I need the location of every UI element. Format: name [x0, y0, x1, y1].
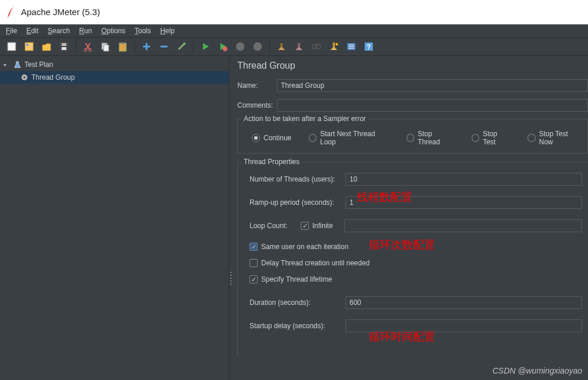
- clear-all-icon[interactable]: [291, 38, 307, 55]
- startup-delay-label: Startup delay (seconds):: [250, 322, 345, 330]
- start-icon[interactable]: [197, 38, 213, 55]
- svg-point-24: [336, 43, 338, 45]
- radio-continue[interactable]: Continue: [252, 130, 291, 146]
- menubar: File Edit Search Run Options Tools Help: [0, 24, 588, 37]
- tree-child[interactable]: Thread Group: [0, 71, 229, 84]
- sameuser-checkbox[interactable]: [250, 243, 258, 251]
- app-body: File Edit Search Run Options Tools Help …: [0, 24, 588, 380]
- svg-rect-2: [26, 44, 28, 46]
- infinite-checkbox[interactable]: [301, 222, 309, 230]
- toolbar: ?: [0, 37, 588, 56]
- tree-child-label: Thread Group: [31, 73, 75, 81]
- threads-label: Number of Threads (users):: [250, 175, 345, 183]
- menu-file[interactable]: File: [2, 26, 20, 36]
- svg-marker-17: [236, 42, 244, 51]
- gear-icon: [20, 73, 29, 82]
- svg-rect-11: [121, 42, 124, 44]
- titlebar: Apache JMeter (5.3): [0, 0, 588, 24]
- annotation-threads: 线程数配置: [357, 190, 412, 205]
- rampup-label: Ramp-up period (seconds):: [250, 198, 345, 207]
- annotation-duration: 循环时间配置: [369, 329, 435, 345]
- duration-input[interactable]: [345, 296, 582, 309]
- sameuser-label: Same user on each iteration: [261, 243, 348, 251]
- svg-point-16: [223, 47, 227, 51]
- name-label: Name:: [237, 81, 277, 90]
- svg-rect-10: [119, 43, 126, 51]
- stop-icon[interactable]: [232, 38, 248, 55]
- copy-icon[interactable]: [97, 38, 113, 55]
- tree-root-label: Test Plan: [24, 61, 53, 69]
- lifetime-checkbox[interactable]: [250, 275, 258, 283]
- cut-icon[interactable]: [80, 38, 96, 55]
- tree-root[interactable]: ▾ Test Plan: [0, 58, 229, 71]
- panel-title: Thread Group: [237, 61, 588, 71]
- svg-marker-18: [254, 42, 262, 51]
- tree-panel: ▾ Test Plan Thread Group: [0, 56, 229, 380]
- thread-props-fieldset: Thread Properties Number of Threads (use…: [237, 162, 588, 356]
- shutdown-icon[interactable]: [250, 38, 266, 55]
- comments-label: Comments:: [237, 101, 277, 109]
- svg-text:?: ?: [366, 43, 370, 51]
- radio-start-next[interactable]: Start Next Thread Loop: [309, 130, 389, 146]
- svg-rect-5: [62, 47, 66, 50]
- collapse-icon[interactable]: [156, 38, 172, 55]
- svg-rect-4: [62, 43, 66, 46]
- svg-rect-23: [333, 42, 335, 47]
- start-no-timers-icon[interactable]: [215, 38, 231, 55]
- reset-search-icon[interactable]: [326, 38, 342, 55]
- save-icon[interactable]: [56, 38, 72, 55]
- radio-stop-thread[interactable]: Stop Thread: [407, 130, 454, 146]
- help-icon[interactable]: ?: [361, 38, 377, 55]
- clear-icon[interactable]: [273, 38, 290, 55]
- svg-point-32: [23, 76, 26, 79]
- new-icon[interactable]: [3, 38, 20, 55]
- menu-search[interactable]: Search: [44, 26, 73, 36]
- watermark: CSDN @wumingxiaoyao: [493, 366, 582, 375]
- loop-label: Loop Count:: [250, 222, 301, 230]
- menu-options[interactable]: Options: [98, 26, 129, 36]
- paste-icon[interactable]: [115, 38, 131, 55]
- svg-rect-0: [8, 42, 16, 51]
- menu-run[interactable]: Run: [76, 26, 95, 36]
- open-icon[interactable]: [38, 38, 55, 55]
- delay-checkbox[interactable]: [250, 259, 258, 267]
- jmeter-icon: [6, 5, 16, 19]
- lifetime-label: Specify Thread lifetime: [261, 275, 332, 283]
- config-panel: Thread Group Name: Comments: Action to b…: [229, 56, 588, 380]
- delay-label: Delay Thread creation until needed: [261, 259, 370, 267]
- threads-input[interactable]: [345, 173, 582, 186]
- function-helper-icon[interactable]: [343, 38, 359, 55]
- annotation-loop: 循环次数配置: [369, 237, 435, 253]
- thread-props-legend: Thread Properties: [241, 158, 302, 166]
- infinite-label: Infinite: [312, 222, 333, 230]
- svg-point-15: [183, 42, 186, 45]
- svg-rect-9: [104, 45, 109, 51]
- radio-stop-test[interactable]: Stop Test: [472, 130, 511, 146]
- name-input[interactable]: [277, 79, 588, 92]
- sampler-error-fieldset: Action to be taken after a Sampler error…: [237, 119, 588, 154]
- toggle-icon[interactable]: [173, 38, 190, 55]
- sampler-error-legend: Action to be taken after a Sampler error: [241, 115, 368, 123]
- flask-icon: [13, 60, 22, 69]
- tree-arrow-icon[interactable]: ▾: [3, 62, 10, 68]
- svg-rect-19: [280, 43, 283, 47]
- menu-tools[interactable]: Tools: [131, 26, 155, 36]
- menu-edit[interactable]: Edit: [23, 26, 42, 36]
- templates-icon[interactable]: [21, 38, 37, 55]
- window-title: Apache JMeter (5.3): [21, 7, 100, 17]
- duration-label: Duration (seconds):: [250, 299, 345, 307]
- expand-icon[interactable]: [138, 38, 155, 55]
- loop-input[interactable]: [344, 219, 582, 232]
- svg-rect-20: [298, 43, 300, 47]
- radio-stop-test-now[interactable]: Stop Test Now: [528, 130, 582, 146]
- menu-help[interactable]: Help: [157, 26, 179, 36]
- search-icon[interactable]: [308, 38, 325, 55]
- splitter-grip[interactable]: [229, 271, 233, 285]
- comments-input[interactable]: [277, 99, 588, 112]
